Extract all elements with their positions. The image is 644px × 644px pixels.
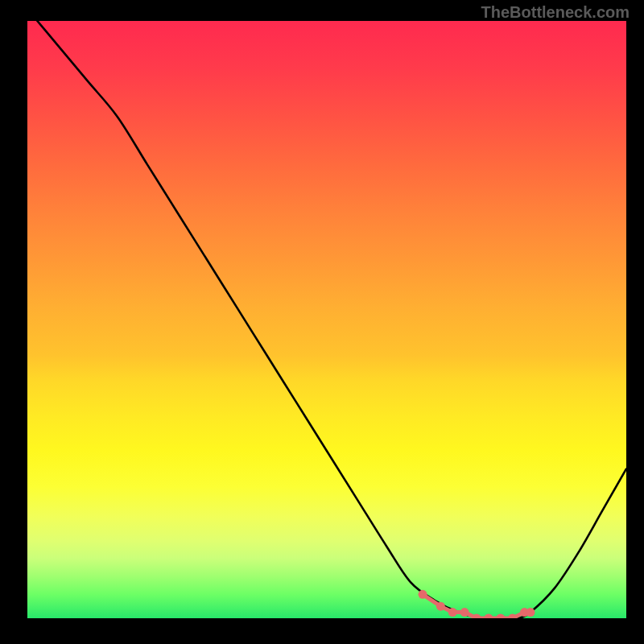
optimum-marker [496, 614, 505, 619]
optimum-marker [436, 602, 445, 611]
chart-plot-area [27, 21, 626, 618]
optimum-marker [526, 608, 535, 617]
watermark-text: TheBottleneck.com [481, 3, 630, 22]
chart-svg [27, 21, 626, 618]
bottleneck-curve-line [27, 21, 626, 618]
optimum-markers [419, 590, 535, 618]
optimum-marker [484, 614, 493, 619]
optimum-marker [419, 590, 427, 599]
optimum-marker [460, 608, 469, 617]
optimum-marker [448, 608, 457, 617]
